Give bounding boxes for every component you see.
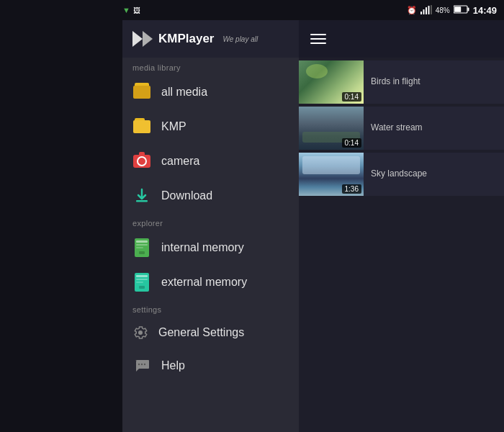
help-icon bbox=[132, 356, 151, 375]
video-info-1: Birds in flight bbox=[364, 60, 504, 104]
explorer-label: Explorer bbox=[122, 213, 299, 230]
svg-rect-14 bbox=[136, 247, 143, 248]
video-duration-2: 0:14 bbox=[342, 138, 361, 148]
svg-marker-8 bbox=[132, 31, 143, 47]
sidebar-item-kmp[interactable]: KMP bbox=[122, 109, 299, 144]
external-memory-icon bbox=[132, 273, 151, 292]
svg-rect-3 bbox=[428, 6, 429, 14]
clock-time: 14:49 bbox=[473, 5, 497, 16]
kmp-icon bbox=[132, 117, 151, 136]
sidebar: KMPlayer We play all Media Library all m… bbox=[122, 20, 299, 432]
battery-percent: 48% bbox=[436, 6, 450, 14]
media-library-label: Media Library bbox=[122, 58, 299, 75]
app-title: KMPlayer bbox=[158, 32, 214, 46]
svg-rect-20 bbox=[139, 286, 145, 289]
all-media-icon bbox=[132, 83, 151, 102]
sidebar-header: KMPlayer We play all bbox=[122, 20, 299, 58]
download-icon bbox=[132, 186, 151, 205]
svg-rect-19 bbox=[136, 282, 143, 283]
settings-label: settings bbox=[122, 300, 299, 317]
svg-rect-6 bbox=[467, 8, 469, 12]
panel-header bbox=[299, 20, 504, 58]
video-info-3: Sky landscape bbox=[364, 153, 504, 196]
sidebar-item-all-media[interactable]: all media bbox=[122, 75, 299, 109]
sidebar-item-download[interactable]: Download bbox=[122, 179, 299, 213]
wifi-icon: ▼ bbox=[122, 6, 130, 14]
svg-rect-13 bbox=[136, 244, 148, 246]
sidebar-item-external-memory[interactable]: external memory bbox=[122, 265, 299, 300]
video-title-3: Sky landscape bbox=[371, 168, 497, 180]
internal-memory-label: internal memory bbox=[161, 241, 244, 254]
video-duration-3: 1:36 bbox=[342, 184, 361, 194]
external-memory-label: external memory bbox=[161, 276, 247, 289]
video-title-1: Birds in flight bbox=[371, 76, 497, 88]
internal-memory-icon bbox=[132, 238, 151, 257]
video-item-2[interactable]: 0:14 Water stream bbox=[299, 107, 504, 150]
sidebar-item-help[interactable]: Help bbox=[122, 348, 299, 383]
status-right-icons: ⏰ 48% 14:49 bbox=[407, 5, 497, 16]
image-icon: 🖼 bbox=[133, 6, 140, 14]
general-settings-label: General Settings bbox=[158, 326, 244, 339]
camera-icon bbox=[132, 152, 151, 171]
all-media-label: all media bbox=[161, 86, 207, 99]
video-item-1[interactable]: 0:14 Birds in flight bbox=[299, 60, 504, 104]
svg-rect-12 bbox=[136, 240, 148, 243]
svg-rect-10 bbox=[136, 200, 148, 202]
svg-rect-17 bbox=[136, 275, 148, 277]
svg-rect-18 bbox=[136, 279, 148, 280]
camera-label: camera bbox=[161, 155, 199, 168]
sidebar-item-internal-memory[interactable]: internal memory bbox=[122, 230, 299, 265]
video-thumb-2: 0:14 bbox=[299, 107, 364, 150]
video-thumb-3: 1:36 bbox=[299, 153, 364, 196]
svg-point-22 bbox=[141, 364, 143, 365]
kmp-label: KMP bbox=[161, 120, 186, 133]
download-label: Download bbox=[161, 189, 212, 202]
svg-rect-1 bbox=[423, 9, 424, 14]
svg-point-23 bbox=[144, 364, 145, 365]
svg-rect-0 bbox=[420, 12, 422, 14]
sidebar-item-camera[interactable]: camera bbox=[122, 144, 299, 179]
video-thumb-1: 0:14 bbox=[299, 60, 364, 104]
network-icon bbox=[420, 5, 432, 16]
svg-point-21 bbox=[138, 364, 140, 365]
svg-rect-4 bbox=[431, 5, 432, 14]
svg-rect-7 bbox=[454, 6, 461, 12]
right-panel: 0:14 Birds in flight 0:14 Water stream 1… bbox=[299, 20, 504, 432]
svg-rect-15 bbox=[139, 251, 145, 254]
left-black-area bbox=[0, 0, 122, 432]
svg-marker-9 bbox=[143, 31, 153, 47]
app-subtitle: We play all bbox=[222, 35, 258, 43]
svg-rect-2 bbox=[426, 7, 427, 14]
app-logo bbox=[132, 31, 153, 47]
sidebar-item-general-settings[interactable]: General Settings bbox=[122, 317, 299, 348]
video-item-3[interactable]: 1:36 Sky landscape bbox=[299, 153, 504, 196]
alarm-icon: ⏰ bbox=[407, 6, 417, 15]
video-title-2: Water stream bbox=[371, 122, 497, 134]
video-duration-1: 0:14 bbox=[342, 92, 361, 102]
help-label: Help bbox=[161, 359, 185, 372]
video-info-2: Water stream bbox=[364, 107, 504, 150]
settings-icon bbox=[132, 325, 148, 341]
status-bar: ▼ 🖼 ⏰ 48% 14:49 bbox=[0, 0, 504, 20]
video-list: 0:14 Birds in flight 0:14 Water stream 1… bbox=[299, 58, 504, 432]
status-left-icons: ▼ 🖼 bbox=[122, 6, 140, 14]
hamburger-menu[interactable] bbox=[310, 34, 326, 44]
battery-icon bbox=[454, 5, 469, 15]
main-container: KMPlayer We play all Media Library all m… bbox=[122, 20, 504, 432]
